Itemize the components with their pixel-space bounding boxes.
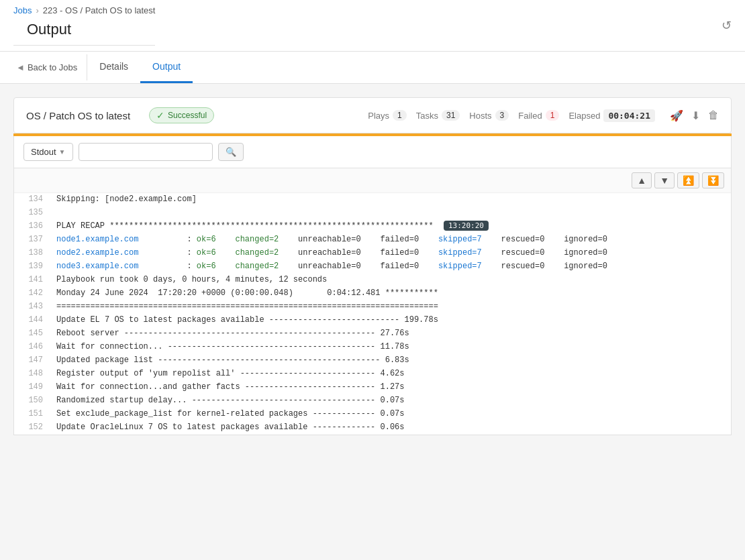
dropdown-arrow-icon: ▼: [59, 148, 66, 156]
scroll-top-button[interactable]: ⏫: [677, 172, 699, 188]
line-number: 141: [14, 274, 51, 287]
line-content: Reboot server --------------------------…: [51, 327, 415, 341]
line-content: [51, 207, 62, 220]
line-content: node1.example.com : ok=6 changed=2 unrea…: [51, 233, 613, 247]
table-row: 135: [14, 207, 731, 220]
breadcrumb-jobs-link[interactable]: Jobs: [13, 5, 32, 15]
line-content: Updated package list -------------------…: [51, 354, 415, 368]
tasks-value: 31: [442, 110, 460, 121]
rocket-icon[interactable]: 🚀: [670, 109, 683, 122]
stat-tasks: Tasks 31: [416, 110, 460, 121]
job-header: OS / Patch OS to latest ✓ Successful Pla…: [13, 97, 732, 133]
stat-elapsed: Elapsed 00:04:21: [568, 109, 655, 122]
line-number: 151: [14, 408, 51, 421]
table-row: 136PLAY RECAP **************************…: [14, 220, 731, 233]
search-button[interactable]: 🔍: [218, 143, 244, 161]
code-nav-bar: ▲ ▼ ⏫ ⏬: [14, 168, 731, 193]
back-to-jobs-label: Back to Jobs: [28, 62, 77, 72]
stat-hosts: Hosts 3: [469, 110, 509, 121]
line-content: node3.example.com : ok=6 changed=2 unrea…: [51, 260, 613, 274]
line-content: Wait for connection...and gather facts -…: [51, 381, 409, 394]
job-header-title: OS / Patch OS to latest: [26, 110, 130, 121]
back-arrow-icon: ◄: [16, 62, 25, 72]
tasks-label: Tasks: [416, 111, 438, 121]
stdout-select[interactable]: Stdout ▼: [23, 143, 73, 161]
delete-icon[interactable]: 🗑: [708, 109, 719, 121]
stats-group: Plays 1 Tasks 31 Hosts 3 Failed 1 Elapse…: [368, 109, 719, 122]
table-row: 138node2.example.com : ok=6 changed=2 un…: [14, 247, 731, 260]
status-dot-icon: ✓: [156, 110, 164, 121]
search-input[interactable]: [79, 143, 213, 161]
table-row: 152Update OracleLinux 7 OS to latest pac…: [14, 421, 731, 435]
table-row: 146Wait for connection... --------------…: [14, 341, 731, 354]
line-number: 136: [14, 220, 51, 233]
table-row: 149Wait for connection...and gather fact…: [14, 381, 731, 394]
table-row: 142Monday 24 June 2024 17:20:20 +0000 (0…: [14, 287, 731, 300]
status-badge: ✓ Successful: [149, 107, 214, 123]
line-number: 137: [14, 233, 51, 247]
tab-output[interactable]: Output: [140, 52, 193, 83]
line-number: 146: [14, 341, 51, 354]
hosts-label: Hosts: [469, 111, 491, 121]
elapsed-label: Elapsed: [568, 111, 600, 121]
line-number: 145: [14, 327, 51, 341]
line-content: Randomized startup delay... ------------…: [51, 394, 409, 408]
line-content: Wait for connection... -----------------…: [51, 341, 415, 354]
table-row: 139node3.example.com : ok=6 changed=2 un…: [14, 260, 731, 274]
line-number: 134: [14, 193, 51, 207]
download-icon[interactable]: ⬇: [691, 109, 700, 122]
output-controls: Stdout ▼ 🔍: [13, 136, 732, 168]
line-number: 143: [14, 300, 51, 314]
scroll-down-button[interactable]: ▼: [654, 172, 675, 188]
table-row: 151Set exclude_package_list for kernel-r…: [14, 408, 731, 421]
plays-label: Plays: [368, 111, 389, 121]
line-content: Update OracleLinux 7 OS to latest packag…: [51, 421, 409, 435]
breadcrumb: Jobs › 223 - OS / Patch OS to latest: [13, 5, 155, 15]
breadcrumb-sep: ›: [36, 5, 38, 15]
code-content[interactable]: 134Skipping: [node2.example.com]135136PL…: [14, 193, 731, 435]
table-row: 150Randomized startup delay... ---------…: [14, 394, 731, 408]
elapsed-value: 00:04:21: [603, 109, 655, 122]
main-content: OS / Patch OS to latest ✓ Successful Pla…: [0, 84, 745, 449]
back-to-jobs-tab[interactable]: ◄ Back to Jobs: [7, 54, 87, 80]
scroll-bottom-button[interactable]: ⏬: [702, 172, 724, 188]
line-number: 149: [14, 381, 51, 394]
tab-bar: ◄ Back to Jobs Details Output: [0, 52, 745, 84]
line-number: 150: [14, 394, 51, 408]
line-number: 148: [14, 368, 51, 381]
line-number: 138: [14, 247, 51, 260]
table-row: 144Update EL 7 OS to latest packages ava…: [14, 314, 731, 327]
table-row: 145Reboot server -----------------------…: [14, 327, 731, 341]
line-content: Playbook run took 0 days, 0 hours, 4 min…: [51, 274, 332, 287]
line-number: 144: [14, 314, 51, 327]
stat-failed: Failed 1: [518, 110, 559, 121]
stat-plays: Plays 1: [368, 110, 406, 121]
hosts-value: 3: [495, 110, 509, 121]
table-row: 141Playbook run took 0 days, 0 hours, 4 …: [14, 274, 731, 287]
table-row: 134Skipping: [node2.example.com]: [14, 193, 731, 207]
line-number: 139: [14, 260, 51, 274]
line-number: 142: [14, 287, 51, 300]
history-icon[interactable]: ↺: [722, 18, 732, 33]
line-content: node2.example.com : ok=6 changed=2 unrea…: [51, 247, 613, 260]
line-number: 152: [14, 421, 51, 435]
table-row: 147Updated package list ----------------…: [14, 354, 731, 368]
table-row: 137node1.example.com : ok=6 changed=2 un…: [14, 233, 731, 247]
table-row: 148Register output of 'yum repolist all'…: [14, 368, 731, 381]
plays-value: 1: [393, 110, 407, 121]
page-title: Output: [13, 15, 155, 46]
failed-value: 1: [546, 110, 560, 121]
line-content: Set exclude_package_list for kernel-rela…: [51, 408, 409, 421]
line-content: ========================================…: [51, 300, 444, 314]
scroll-up-button[interactable]: ▲: [632, 172, 652, 188]
line-content: Monday 24 June 2024 17:20:20 +0000 (0:00…: [51, 287, 444, 300]
line-content: Skipping: [node2.example.com]: [51, 193, 202, 207]
line-content: Update EL 7 OS to latest packages availa…: [51, 314, 444, 327]
status-label: Successful: [168, 111, 207, 120]
breadcrumb-job-name: 223 - OS / Patch OS to latest: [43, 5, 156, 15]
tab-details[interactable]: Details: [87, 52, 140, 83]
line-number: 135: [14, 207, 51, 220]
code-panel: ▲ ▼ ⏫ ⏬ 134Skipping: [node2.example.com]…: [13, 168, 732, 435]
line-content: Register output of 'yum repolist all' --…: [51, 368, 409, 381]
line-content: PLAY RECAP *****************************…: [51, 220, 494, 233]
